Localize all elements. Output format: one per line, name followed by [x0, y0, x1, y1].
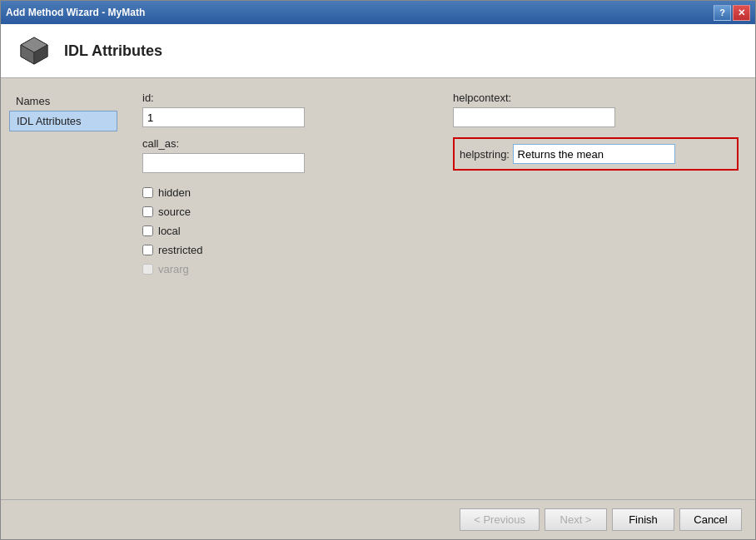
source-checkbox[interactable]: [142, 206, 153, 217]
vararg-checkbox: [142, 264, 153, 275]
restricted-checkbox-item: restricted: [142, 244, 428, 256]
help-button[interactable]: ?: [714, 5, 731, 21]
sidebar-item-names[interactable]: Names: [9, 92, 117, 111]
id-group: id:: [142, 92, 428, 127]
restricted-label: restricted: [158, 244, 202, 256]
restricted-checkbox[interactable]: [142, 245, 153, 255]
hidden-label: hidden: [158, 186, 191, 199]
right-column: helpcontext: helpstring:: [453, 92, 739, 275]
previous-button[interactable]: < Previous: [460, 508, 540, 531]
vararg-checkbox-item: vararg: [142, 263, 428, 275]
left-column: id: call_as: hidden: [142, 92, 428, 275]
id-label: id:: [142, 92, 428, 104]
hidden-checkbox[interactable]: [142, 187, 153, 198]
header-icon: [17, 34, 51, 67]
helpcontext-input[interactable]: [453, 107, 615, 127]
local-label: local: [158, 225, 181, 237]
helpstring-input[interactable]: [513, 144, 675, 164]
close-button[interactable]: ✕: [733, 5, 750, 21]
vararg-label: vararg: [158, 263, 189, 275]
source-checkbox-item: source: [142, 206, 428, 218]
helpstring-group-wrapper: helpstring:: [453, 137, 739, 171]
source-label: source: [158, 206, 191, 218]
header-title: IDL Attributes: [64, 42, 162, 60]
local-checkbox[interactable]: [142, 225, 153, 236]
form-grid: id: call_as: hidden: [142, 92, 739, 275]
call-as-input[interactable]: [142, 153, 305, 173]
finish-button[interactable]: Finish: [612, 508, 674, 531]
call-as-group: call_as:: [142, 137, 428, 173]
title-bar-buttons: ? ✕: [714, 5, 750, 21]
helpstring-label: helpstring:: [460, 148, 510, 161]
id-input[interactable]: [142, 107, 305, 127]
footer: < Previous Next > Finish Cancel: [1, 499, 755, 539]
checkboxes-area: hidden source local restricted: [142, 186, 428, 275]
header-area: IDL Attributes: [1, 24, 755, 78]
hidden-checkbox-item: hidden: [142, 186, 428, 199]
call-as-label: call_as:: [142, 137, 428, 150]
window-title: Add Method Wizard - MyMath: [6, 7, 145, 18]
cancel-button[interactable]: Cancel: [679, 508, 742, 531]
helpcontext-group: helpcontext:: [453, 92, 739, 127]
next-button[interactable]: Next >: [545, 508, 607, 531]
helpcontext-label: helpcontext:: [453, 92, 739, 104]
sidebar-item-idl-attributes[interactable]: IDL Attributes: [9, 111, 117, 131]
content-area: Names IDL Attributes id: call_as:: [1, 78, 755, 499]
title-bar: Add Method Wizard - MyMath ? ✕: [1, 1, 755, 24]
helpstring-highlighted-group: helpstring:: [453, 137, 739, 171]
main-panel: id: call_as: hidden: [126, 78, 755, 499]
wizard-window: Add Method Wizard - MyMath ? ✕ IDL Attri…: [0, 0, 756, 540]
local-checkbox-item: local: [142, 225, 428, 237]
sidebar: Names IDL Attributes: [1, 78, 126, 499]
